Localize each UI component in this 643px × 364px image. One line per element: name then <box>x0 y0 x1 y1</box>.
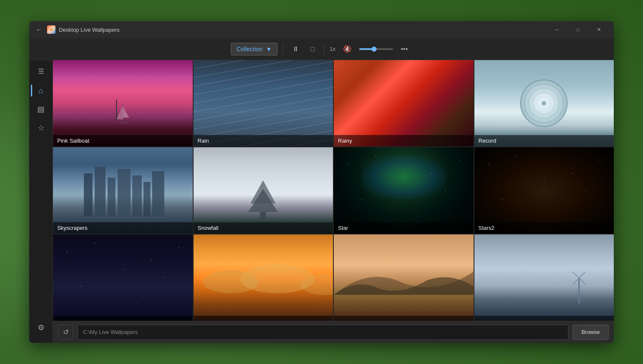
toolbar-separator-2 <box>324 44 324 54</box>
stop-button[interactable]: □ <box>307 43 319 55</box>
gear-icon: ⚙ <box>38 323 44 332</box>
library-icon: ▤ <box>37 105 44 114</box>
wallpaper-label <box>53 316 193 321</box>
wallpaper-item[interactable] <box>334 234 474 321</box>
nebula-glow <box>362 156 446 199</box>
tree-decoration <box>246 178 280 221</box>
close-button[interactable]: ✕ <box>589 23 609 36</box>
svg-line-25 <box>573 272 579 278</box>
svg-line-26 <box>579 278 585 284</box>
toolbar-separator-1 <box>283 44 283 54</box>
bottom-bar: ↺ Browse <box>53 321 614 343</box>
rain-decoration <box>194 60 333 146</box>
svg-rect-24 <box>578 278 580 303</box>
svg-line-28 <box>573 278 579 284</box>
wallpaper-label: Snowfall <box>194 222 333 234</box>
hamburger-menu-button[interactable]: ☰ <box>33 63 50 79</box>
skyscrapers-decoration <box>67 165 179 216</box>
main-content: ☰ ⌂ ▤ ☆ ⚙ <box>29 60 614 343</box>
refresh-icon: ↺ <box>63 328 69 336</box>
svg-rect-14 <box>117 169 130 216</box>
minimize-button[interactable]: ─ <box>547 23 566 36</box>
sidebar-item-home[interactable]: ⌂ <box>33 82 50 99</box>
toolbar: Collection ▼ ⏸ □ 1x 🔇 ••• <box>29 38 614 60</box>
wallpaper-label <box>194 316 333 321</box>
svg-rect-17 <box>152 171 164 216</box>
volume-slider-container[interactable] <box>359 48 393 50</box>
wallpaper-item[interactable] <box>474 234 614 321</box>
svg-rect-13 <box>108 177 115 216</box>
sidebar: ☰ ⌂ ▤ ☆ ⚙ <box>29 60 53 343</box>
wallpaper-item[interactable]: Stars2 <box>474 147 614 234</box>
wallpaper-label: Record <box>474 135 614 146</box>
speed-label: 1x <box>330 46 335 52</box>
wallpaper-item[interactable] <box>53 234 193 321</box>
sidebar-item-favorites[interactable]: ☆ <box>33 119 50 136</box>
wallpaper-label <box>334 316 474 321</box>
wallpaper-label: Rain <box>194 135 333 146</box>
stars-overlay-3 <box>53 234 193 321</box>
titlebar-left: ← Desktop Live Wallpapers <box>34 25 547 35</box>
app-window: ← Desktop Live Wallpapers ─ □ ✕ Collecti… <box>29 21 614 343</box>
svg-line-27 <box>579 272 585 278</box>
content-area: Pink Sailboat Rain Rainy <box>53 60 614 343</box>
path-input[interactable] <box>78 325 568 340</box>
wallpaper-label: Pink Sailboat <box>53 135 193 146</box>
svg-rect-15 <box>132 175 141 216</box>
home-icon: ⌂ <box>39 86 43 95</box>
wallpaper-label: Rainy <box>334 135 474 146</box>
wallpaper-item[interactable]: Pink Sailboat <box>53 60 193 146</box>
wallpaper-item[interactable]: Snowfall <box>194 147 333 234</box>
record-decoration <box>518 78 569 129</box>
pause-button[interactable]: ⏸ <box>288 43 303 55</box>
svg-point-4 <box>116 121 129 124</box>
svg-rect-11 <box>84 173 92 216</box>
app-title: Desktop Live Wallpapers <box>59 27 119 33</box>
wallpaper-label <box>474 316 614 321</box>
chevron-down-icon: ▼ <box>266 46 272 52</box>
svg-point-10 <box>542 101 546 105</box>
star-icon: ☆ <box>38 123 44 132</box>
wallpaper-item[interactable]: Rain <box>194 60 333 146</box>
wallpaper-item[interactable] <box>194 234 333 321</box>
svg-rect-20 <box>260 212 266 221</box>
svg-rect-16 <box>144 182 150 217</box>
collection-label: Collection <box>236 46 262 52</box>
wallpaper-item[interactable]: Star <box>334 147 474 234</box>
wallpaper-label: Skyscrapers <box>53 222 193 234</box>
sunset-clouds <box>194 265 333 299</box>
sidebar-bottom: ⚙ <box>33 319 50 339</box>
sidebar-item-library[interactable]: ▤ <box>33 101 50 118</box>
svg-marker-3 <box>123 107 129 118</box>
stars-overlay-2 <box>474 147 614 234</box>
maximize-button[interactable]: □ <box>568 23 588 36</box>
volume-slider[interactable] <box>359 48 393 50</box>
app-icon <box>47 25 55 34</box>
svg-rect-12 <box>94 167 105 216</box>
wallpaper-label: Stars2 <box>474 222 614 234</box>
windmill-decoration <box>568 270 590 303</box>
wallpaper-label: Star <box>334 222 474 234</box>
collection-dropdown[interactable]: Collection ▼ <box>231 43 277 55</box>
sailboat-decoration <box>114 102 131 125</box>
wallpaper-grid: Pink Sailboat Rain Rainy <box>53 60 614 321</box>
svg-marker-2 <box>116 105 123 119</box>
browse-button[interactable]: Browse <box>573 325 609 340</box>
landscape-hills <box>334 260 474 295</box>
back-button[interactable]: ← <box>34 25 44 35</box>
hamburger-icon: ☰ <box>38 67 44 75</box>
titlebar: ← Desktop Live Wallpapers ─ □ ✕ <box>29 21 614 38</box>
wallpaper-item[interactable]: Record <box>474 60 614 146</box>
settings-button[interactable]: ⚙ <box>33 319 50 336</box>
refresh-button[interactable]: ↺ <box>58 325 73 340</box>
titlebar-controls: ─ □ ✕ <box>547 23 609 36</box>
more-options-button[interactable]: ••• <box>396 43 412 55</box>
wallpaper-item[interactable]: Skyscrapers <box>53 147 193 234</box>
sidebar-nav: ⌂ ▤ ☆ <box>33 82 50 319</box>
wallpaper-item[interactable]: Rainy <box>334 60 474 146</box>
volume-knob[interactable] <box>371 47 377 52</box>
mute-button[interactable]: 🔇 <box>339 42 356 55</box>
